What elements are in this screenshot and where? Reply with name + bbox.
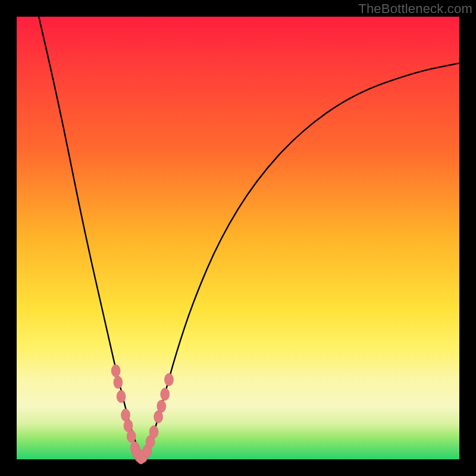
chart-svg (17, 17, 459, 459)
curve-marker (149, 425, 158, 438)
bottleneck-curve (39, 17, 459, 457)
curve-marker (127, 430, 136, 443)
plot-area (17, 17, 459, 459)
curve-marker (161, 388, 170, 400)
curve-marker (111, 365, 120, 377)
watermark-text: TheBottleneck.com (358, 1, 472, 17)
curve-marker (114, 376, 123, 389)
marker-cluster-right (143, 374, 173, 458)
curve-marker (117, 390, 126, 403)
marker-cluster-left (111, 365, 148, 464)
curve-marker (157, 400, 166, 412)
chart-frame: TheBottleneck.com (0, 0, 476, 476)
curve-marker (164, 374, 173, 386)
